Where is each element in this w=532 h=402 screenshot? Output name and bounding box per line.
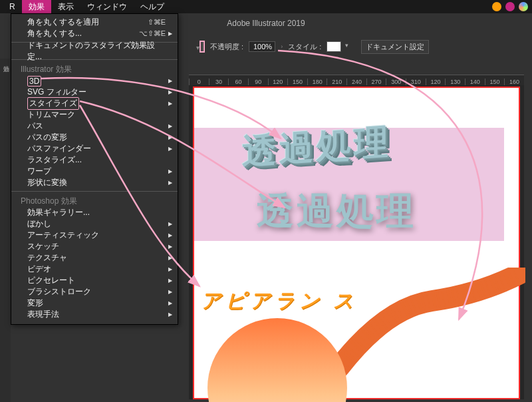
sync-icon[interactable] [519, 2, 528, 11]
shortcut-label: ⇧⌘E [148, 18, 166, 27]
menu-item-label: パスファインダー [27, 143, 91, 154]
ruler-tick: 180 [307, 79, 327, 85]
menu-effect[interactable]: 効果 [22, 0, 51, 14]
opacity-field[interactable]: 100% [249, 41, 275, 52]
menubar: R 効果 表示 ウィンドウ ヘルプ [0, 0, 532, 13]
ruler-tick: 270 [366, 79, 386, 85]
opacity-stepper[interactable]: › [281, 43, 283, 50]
menu-item-label: ラスタライズ... [27, 154, 82, 166]
menu-path[interactable]: パス [11, 120, 178, 132]
horizontal-ruler: 0306090120150180210240270300310120130140… [189, 75, 524, 85]
menu-distort-transform[interactable]: パスの変形 [11, 132, 178, 143]
ruler-tick: 240 [346, 79, 366, 85]
artboard[interactable]: 透過処理 透過処理 アピアラン ス [193, 87, 520, 399]
section-illustrator-effects: Illustrator 効果 [11, 63, 178, 75]
style-dropdown[interactable] [327, 41, 341, 52]
brush-preset-highlight [200, 41, 205, 53]
ruler-tick: 0 [189, 79, 209, 85]
ruler-tick: 210 [327, 79, 346, 85]
menu-round-corners[interactable]: 角を丸くする... ⌥⇧⌘E [11, 28, 178, 39]
section-photoshop-effects: Photoshop 効果 [11, 194, 178, 207]
menu-doc-raster-settings[interactable]: ドキュメントのラスタライズ効果設定... [11, 45, 178, 57]
menu-item-label: 形状に変換 [27, 177, 67, 188]
menu-sketch[interactable]: スケッチ [11, 241, 178, 252]
menu-item-label: ぼかし [27, 218, 51, 230]
ruler-tick: 140 [465, 79, 485, 85]
brush-stroke-art[interactable] [332, 268, 525, 381]
options-bar: 不透明度 : 100% › スタイル : ドキュメント設定 [200, 37, 532, 56]
menu-window[interactable]: ウィンドウ [80, 0, 134, 14]
menu-item-label: アーティスティック [27, 230, 99, 241]
menu-stylize[interactable]: スタイライズ [11, 98, 178, 109]
text-shadow-sample[interactable]: 透過処理 [257, 186, 416, 237]
ruler-tick: 310 [406, 79, 426, 85]
menu-distort[interactable]: 変形 [11, 298, 178, 309]
ruler-tick: 120 [268, 79, 288, 85]
menu-help[interactable]: ヘルプ [134, 0, 171, 14]
menu-blur[interactable]: ぼかし [11, 218, 178, 230]
menu-item-label: パス [27, 120, 43, 132]
ruler-tick: 150 [287, 79, 307, 85]
menu-item-label: SVG フィルター [27, 87, 86, 98]
menu-rasterize[interactable]: ラスタライズ... [11, 154, 178, 166]
ruler-tick: 60 [228, 79, 248, 85]
ruler-tick: 120 [426, 79, 446, 85]
menu-brush-strokes[interactable]: ブラシストローク [11, 286, 178, 298]
menu-artistic[interactable]: アーティスティック [11, 230, 178, 241]
menu-item-label: 角を丸くするを適用 [27, 17, 99, 28]
menu-item-label: 効果ギャラリー... [27, 207, 90, 218]
menu-effect-gallery[interactable]: 効果ギャラリー... [11, 207, 178, 218]
menu-item-label: ブラシストローク [27, 286, 91, 298]
menu-pathfinder[interactable]: パスファインダー [11, 143, 178, 154]
canvas-area[interactable]: 透過処理 透過処理 アピアラン ス [189, 85, 524, 399]
ruler-tick: 90 [248, 79, 268, 85]
left-panel-strip: 過効 [0, 59, 11, 402]
menu-view[interactable]: 表示 [51, 0, 80, 14]
menu-item-label: テクスチャ [27, 252, 67, 264]
menu-item-label: 変形 [27, 298, 43, 309]
opacity-label: 不透明度 : [210, 42, 243, 52]
menubar-status-icons [492, 0, 528, 13]
status-icon [492, 2, 501, 11]
ruler-tick: 300 [386, 79, 406, 85]
menu-convert-to-shape[interactable]: 形状に変換 [11, 177, 178, 188]
ruler-tick: 150 [485, 79, 505, 85]
menu-stylize-ps[interactable]: 表現手法 [11, 309, 178, 320]
menu-video[interactable]: ビデオ [11, 264, 178, 275]
shortcut-label: ⌥⇧⌘E [139, 29, 166, 38]
menu-item-label: トリムマーク [27, 109, 75, 120]
style-label: スタイル : [288, 42, 321, 52]
brush-preset-dropdown[interactable] [201, 42, 203, 51]
menu-trim-marks[interactable]: トリムマーク [11, 109, 178, 120]
menu-item-label: 角を丸くする... [27, 28, 82, 39]
menu-svg-filter[interactable]: SVG フィルター [11, 87, 178, 98]
menu-item-label: スタイライズ [27, 97, 79, 110]
menu-pixelate[interactable]: ピクセレート [11, 275, 178, 286]
separator [11, 191, 178, 192]
menu-r[interactable]: R [3, 1, 22, 13]
menu-item-label: 3D [27, 76, 41, 87]
menu-item-label: ピクセレート [27, 275, 75, 286]
effect-dropdown: 角を丸くするを適用 ⇧⌘E 角を丸くする... ⌥⇧⌘E ドキュメントのラスタラ… [11, 13, 178, 325]
document-setup-button[interactable]: ドキュメント設定 [361, 40, 429, 54]
menu-apply-round-corners[interactable]: 角を丸くするを適用 ⇧⌘E [11, 17, 178, 28]
menu-texture[interactable]: テクスチャ [11, 252, 178, 264]
gradient-circle[interactable] [207, 318, 347, 402]
ruler-tick: 130 [445, 79, 465, 85]
cc-icon[interactable] [505, 2, 515, 11]
menu-warp[interactable]: ワープ [11, 166, 178, 177]
menu-item-label: 表現手法 [27, 309, 59, 320]
ruler-tick: 30 [209, 79, 229, 85]
menu-item-label: ビデオ [27, 264, 51, 275]
menu-item-label: ワープ [27, 166, 51, 177]
menu-item-label: ドキュメントのラスタライズ効果設定... [27, 40, 166, 63]
menu-item-label: スケッチ [27, 241, 59, 252]
menu-3d[interactable]: 3D [11, 75, 178, 87]
ruler-tick: 160 [504, 79, 524, 85]
menu-item-label: パスの変形 [27, 132, 67, 143]
